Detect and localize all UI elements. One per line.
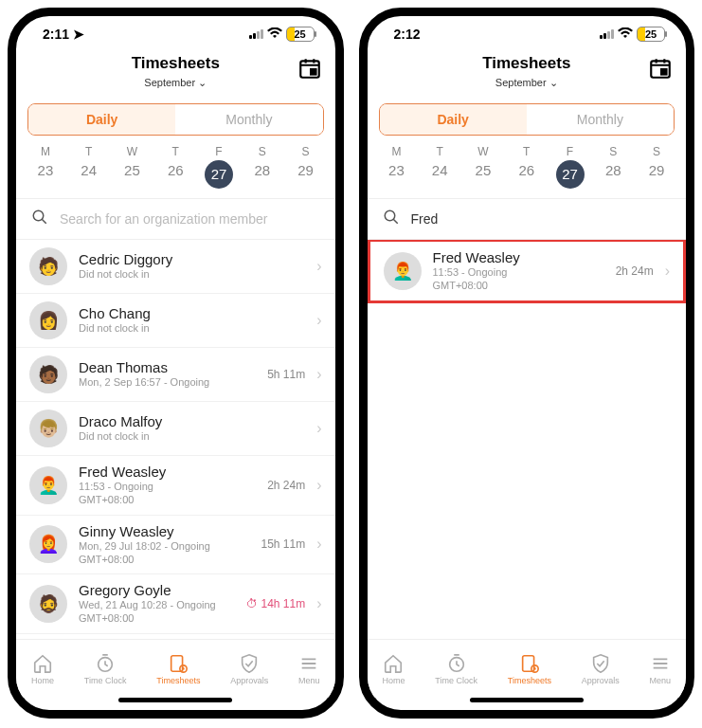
duration: 5h 11m: [267, 368, 305, 381]
day-28[interactable]: S28: [244, 145, 280, 189]
day-number: 26: [157, 162, 193, 178]
tab-timeclock[interactable]: Time Clock: [435, 653, 477, 685]
chevron-right-icon: ›: [316, 366, 321, 383]
list-item[interactable]: 👩‍🦰Ginny WeasleyMon, 29 Jul 18:02 - Ongo…: [16, 516, 335, 575]
seg-daily[interactable]: Daily: [380, 104, 527, 135]
avatar: 👦🏼: [29, 410, 67, 447]
search-input[interactable]: [411, 211, 672, 227]
list-item[interactable]: 👩Cho ChangDid not clock in›: [16, 294, 335, 348]
seg-monthly[interactable]: Monthly: [175, 104, 322, 135]
seg-monthly[interactable]: Monthly: [527, 104, 674, 135]
tab-label: Time Clock: [84, 676, 127, 685]
list-item[interactable]: 👦🏼Draco MalfoyDid not clock in›: [16, 402, 335, 456]
duration: 15h 11m: [261, 537, 305, 551]
svg-rect-4: [171, 655, 183, 671]
page-title: Timesheets: [379, 54, 675, 73]
day-label: S: [244, 145, 280, 158]
day-27[interactable]: F27: [552, 145, 588, 189]
search-bar: [16, 199, 335, 239]
member-status: Wed, 21 Aug 10:28 - Ongoing: [79, 598, 235, 611]
tab-label: Menu: [298, 676, 320, 685]
home-indicator[interactable]: [470, 698, 584, 702]
member-list[interactable]: 🧑Cedric DiggoryDid not clock in›👩Cho Cha…: [16, 240, 335, 639]
member-tz: GMT+08:00: [79, 493, 256, 506]
svg-rect-1: [311, 69, 315, 74]
avatar: 👩‍🦰: [29, 525, 67, 563]
day-label: T: [509, 145, 545, 158]
tab-label: Timesheets: [156, 676, 200, 685]
day-number: 23: [378, 162, 414, 178]
page-title: Timesheets: [27, 54, 324, 73]
list-item[interactable]: 👨‍🦰Fred Weasley11:53 - OngoingGMT+08:002…: [16, 456, 335, 516]
search-icon: [31, 209, 48, 229]
day-26[interactable]: T26: [157, 145, 193, 189]
chevron-down-icon: ⌄: [549, 77, 558, 89]
status-time: 2:11: [43, 27, 69, 42]
week-row: M23T24W25T26F27S28S29: [368, 145, 687, 189]
tab-bar: HomeTime ClockTimesheetsApprovalsMenu: [368, 639, 687, 698]
day-number: 27: [556, 160, 585, 189]
calendar-button[interactable]: [648, 56, 673, 81]
day-28[interactable]: S28: [595, 145, 631, 189]
calendar-button[interactable]: [297, 56, 322, 81]
list-item[interactable]: 👨‍🦰Fred Weasley11:53 - OngoingGMT+08:002…: [368, 240, 687, 303]
search-input[interactable]: [60, 211, 320, 227]
tab-approvals[interactable]: Approvals: [582, 653, 620, 685]
day-label: S: [639, 145, 675, 158]
member-status: Did not clock in: [79, 321, 294, 335]
member-name: Cho Chang: [79, 305, 294, 321]
tab-label: Home: [31, 676, 54, 685]
member-name: Fred Weasley: [433, 249, 604, 265]
list-item[interactable]: 🧑Cedric DiggoryDid not clock in›: [16, 240, 335, 294]
day-24[interactable]: T24: [422, 145, 458, 189]
tab-timesheets[interactable]: Timesheets: [508, 653, 551, 685]
day-25[interactable]: W25: [114, 145, 150, 189]
tab-home[interactable]: Home: [31, 653, 54, 685]
day-23[interactable]: M23: [27, 145, 63, 189]
day-label: S: [288, 145, 324, 158]
tab-menu[interactable]: Menu: [298, 653, 320, 685]
list-item[interactable]: 🧑🏾Dean ThomasMon, 2 Sep 16:57 - Ongoing5…: [16, 348, 335, 402]
tab-timeclock[interactable]: Time Clock: [84, 653, 127, 685]
week-row: M23T24W25T26F27S28S29: [16, 145, 335, 189]
day-number: 28: [595, 162, 631, 178]
member-name: Cedric Diggory: [79, 251, 294, 267]
chevron-right-icon: ›: [316, 477, 321, 494]
day-23[interactable]: M23: [378, 145, 414, 189]
month-selector[interactable]: September ⌄: [144, 77, 207, 89]
tab-approvals[interactable]: Approvals: [230, 653, 268, 685]
svg-point-8: [385, 210, 395, 221]
day-label: W: [465, 145, 501, 158]
month-selector[interactable]: September ⌄: [495, 77, 558, 89]
view-segmented-control: Daily Monthly: [379, 103, 675, 136]
status-bar: 2:11 ➤ 25: [16, 16, 335, 52]
day-number: 25: [465, 162, 501, 178]
day-26[interactable]: T26: [509, 145, 545, 189]
seg-daily[interactable]: Daily: [28, 104, 175, 135]
tab-timesheets[interactable]: Timesheets: [156, 653, 200, 685]
member-name: Draco Malfoy: [79, 413, 294, 429]
member-name: Ginny Weasley: [79, 523, 249, 539]
chevron-right-icon: ›: [316, 312, 321, 329]
day-29[interactable]: S29: [639, 145, 675, 189]
header: Timesheets September ⌄: [368, 52, 687, 98]
tab-menu[interactable]: Menu: [650, 653, 672, 685]
member-list[interactable]: 👨‍🦰Fred Weasley11:53 - OngoingGMT+08:002…: [368, 240, 687, 639]
day-label: M: [378, 145, 414, 158]
duration: ⏱ 14h 11m: [246, 597, 305, 610]
tab-home[interactable]: Home: [382, 653, 405, 685]
status-time: 2:12: [394, 27, 421, 42]
day-29[interactable]: S29: [288, 145, 324, 189]
list-item[interactable]: 🧔Gregory GoyleWed, 21 Aug 10:28 - Ongoin…: [16, 574, 335, 634]
member-tz: GMT+08:00: [79, 611, 235, 625]
day-24[interactable]: T24: [71, 145, 107, 189]
day-25[interactable]: W25: [465, 145, 501, 189]
day-label: T: [422, 145, 458, 158]
day-label: T: [157, 145, 193, 158]
status-bar: 2:12 25: [368, 16, 687, 52]
day-27[interactable]: F27: [201, 145, 237, 189]
tab-label: Approvals: [230, 676, 268, 685]
day-label: S: [595, 145, 631, 158]
home-indicator[interactable]: [118, 698, 232, 702]
avatar: 👩: [29, 301, 67, 339]
